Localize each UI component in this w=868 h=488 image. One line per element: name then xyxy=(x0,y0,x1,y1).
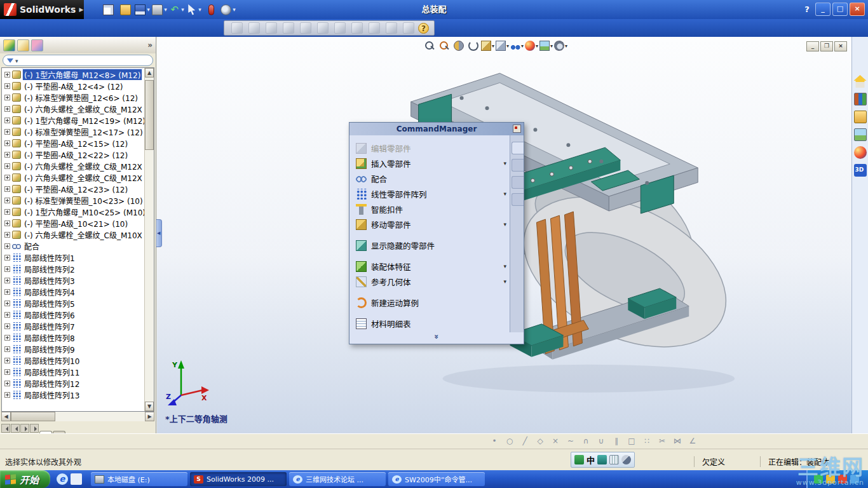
rotate-component-tool[interactable] xyxy=(298,20,313,36)
expand-icon[interactable] xyxy=(4,163,10,169)
command-manager-titlebar[interactable]: CommandManager xyxy=(349,123,524,135)
tree-row[interactable]: 局部线性阵列13 xyxy=(2,389,144,400)
tree-row[interactable]: (-) 六角头螺栓_全螺纹_C级_M12X xyxy=(2,103,144,114)
panel-splitter-handle[interactable] xyxy=(156,219,162,247)
language-bar[interactable]: 中 xyxy=(571,452,635,468)
save-button[interactable] xyxy=(135,2,150,17)
expand-icon[interactable] xyxy=(4,175,10,180)
tree-row[interactable]: 局部线性阵列5 xyxy=(2,297,144,309)
command-item[interactable]: 移动零部件 xyxy=(352,217,508,232)
command-item[interactable]: 配合 xyxy=(352,171,508,186)
scroll-up-icon[interactable] xyxy=(145,68,154,78)
doc-minimize-button[interactable] xyxy=(806,41,819,51)
command-item[interactable]: 显示隐藏的零部件 xyxy=(352,238,508,253)
scrollbar-thumb[interactable] xyxy=(11,412,55,421)
apply-scene-icon[interactable] xyxy=(539,39,553,53)
tree-row[interactable]: 局部线性阵列4 xyxy=(2,286,144,297)
command-manager-tab[interactable] xyxy=(512,142,524,154)
panel-overflow-icon[interactable] xyxy=(147,41,153,50)
expand-icon[interactable] xyxy=(4,232,10,238)
options-button[interactable] xyxy=(220,2,236,17)
scroll-down-icon[interactable] xyxy=(145,402,154,411)
section-view-icon[interactable] xyxy=(452,39,465,53)
help-icon[interactable]: ? xyxy=(418,23,429,34)
component-pattern-tool[interactable] xyxy=(264,20,279,36)
tree-row[interactable]: (-) 1型六角螺母_M12<8> (M12) xyxy=(2,69,144,80)
sketch-erase-icon[interactable] xyxy=(549,435,562,447)
expand-icon[interactable] xyxy=(4,301,10,306)
interference-detection-tool[interactable] xyxy=(401,20,416,36)
open-button[interactable] xyxy=(118,2,133,17)
document-tab[interactable] xyxy=(53,431,65,433)
expand-icon[interactable] xyxy=(4,243,10,249)
smart-fastener-tool[interactable] xyxy=(229,20,245,36)
expand-icon[interactable] xyxy=(4,83,10,89)
assembly-features-tool[interactable] xyxy=(332,20,348,36)
expand-icon[interactable] xyxy=(4,335,10,341)
command-item[interactable]: 参考几何体 xyxy=(352,274,508,289)
tab-scroll-left-icon[interactable] xyxy=(11,424,20,433)
tree-row[interactable]: (-) 平垫圈-A级_12<4> (12) xyxy=(2,80,144,92)
tree-row[interactable]: (-) 标准型弹簧垫圈_10<23> (10) xyxy=(2,194,144,206)
tree-horizontal-scrollbar[interactable] xyxy=(1,412,154,421)
tree-row[interactable]: 局部线性阵列8 xyxy=(2,332,144,343)
expand-icon[interactable] xyxy=(4,255,10,261)
view-orientation-icon[interactable] xyxy=(481,39,494,53)
tree-row[interactable]: 局部线性阵列2 xyxy=(2,263,144,274)
tree-row[interactable]: (-) 六角头螺栓_全螺纹_C级_M12X xyxy=(2,160,144,172)
taskbar-button[interactable]: SW2009中“命令管... xyxy=(388,472,485,486)
display-style-icon[interactable] xyxy=(496,39,509,53)
sketch-line-icon[interactable] xyxy=(519,435,531,447)
tree-row[interactable]: 局部线性阵列6 xyxy=(2,309,144,320)
expand-icon[interactable] xyxy=(4,209,10,215)
tab-scroll-first-icon[interactable] xyxy=(1,424,10,433)
tree-row[interactable]: (-) 平垫圈-A级_12<23> (12) xyxy=(2,183,144,194)
tree-row[interactable]: (-) 标准型弹簧垫圈_12<6> (12) xyxy=(2,92,144,103)
tree-filter-input[interactable] xyxy=(3,55,153,66)
sketch-tangent-arc-icon[interactable] xyxy=(595,435,607,447)
expand-icon[interactable] xyxy=(4,278,10,283)
sketch-circle-icon[interactable] xyxy=(503,435,516,447)
tree-row[interactable]: 局部线性阵列10 xyxy=(2,355,144,366)
print-button[interactable] xyxy=(152,2,167,17)
tree-row[interactable]: 局部线性阵列12 xyxy=(2,377,144,389)
show-hidden-components-tool[interactable] xyxy=(315,20,330,36)
tree-row[interactable]: (-) 六角头螺栓_全螺纹_C级_M12X xyxy=(2,172,144,183)
selection-filter-button[interactable] xyxy=(203,2,219,17)
tray-ime-icon[interactable] xyxy=(814,475,823,484)
expand-icon[interactable] xyxy=(4,289,10,295)
expand-icon[interactable] xyxy=(4,392,10,398)
ime-softkeyboard-icon[interactable] xyxy=(609,455,619,464)
tree-row[interactable]: 局部线性阵列1 xyxy=(2,252,144,263)
command-item[interactable]: 装配体特征 xyxy=(352,259,508,274)
scroll-left-icon[interactable] xyxy=(1,412,11,421)
hide-show-items-icon[interactable] xyxy=(510,39,524,53)
sketch-mirror-icon[interactable] xyxy=(671,435,684,447)
ime-tools-icon[interactable] xyxy=(621,455,631,464)
command-item[interactable]: 编辑零部件 xyxy=(352,140,508,156)
expand-icon[interactable] xyxy=(4,152,10,158)
expand-icon[interactable] xyxy=(4,381,10,386)
expand-icon[interactable] xyxy=(4,95,10,100)
minimize-button[interactable] xyxy=(815,3,831,16)
maximize-button[interactable] xyxy=(832,3,848,16)
expand-icon[interactable] xyxy=(4,198,10,203)
ime-mode-label[interactable]: 中 xyxy=(587,454,595,466)
new-document-button[interactable] xyxy=(100,2,116,17)
featuremanager-tab-icon[interactable] xyxy=(3,39,15,51)
expand-icon[interactable] xyxy=(4,323,10,329)
sketch-arc-icon[interactable] xyxy=(580,435,592,447)
exploded-view-tool[interactable] xyxy=(384,20,399,36)
tab-scroll-last-icon[interactable] xyxy=(30,424,39,433)
tree-row[interactable]: (-) 平垫圈-A级_12<22> (12) xyxy=(2,149,144,160)
expand-icon[interactable] xyxy=(4,72,10,78)
configurationmanager-tab-icon[interactable] xyxy=(31,39,43,51)
mate-tool[interactable] xyxy=(247,20,262,36)
command-manager-tab[interactable] xyxy=(512,193,524,206)
filter-dropdown-icon[interactable] xyxy=(15,56,18,65)
view-settings-icon[interactable] xyxy=(554,39,567,53)
tree-row[interactable]: 局部线性阵列7 xyxy=(2,320,144,332)
command-item[interactable]: 智能扣件 xyxy=(352,201,508,217)
expand-icon[interactable] xyxy=(4,266,10,272)
doc-close-button[interactable] xyxy=(834,41,847,51)
